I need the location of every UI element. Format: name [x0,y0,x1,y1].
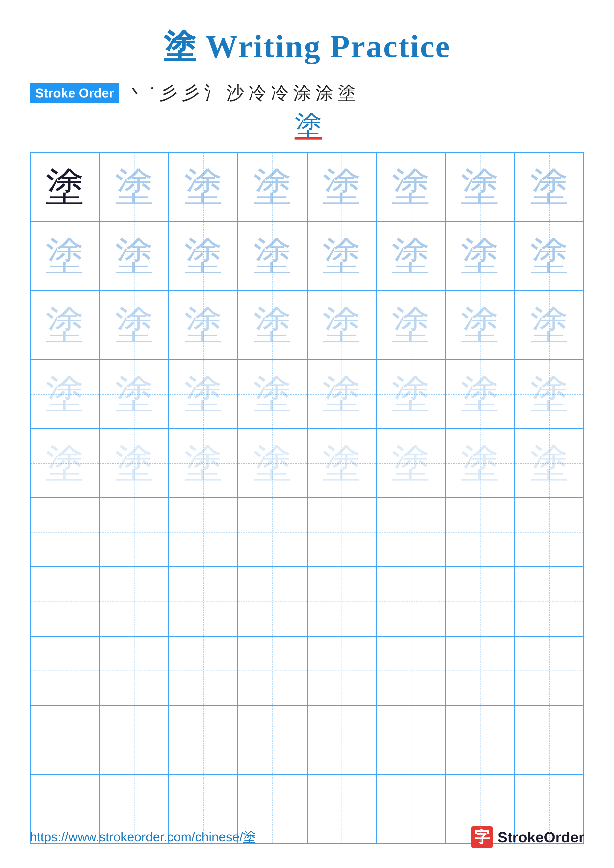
grid-cell-9-6[interactable] [376,705,445,774]
practice-char-guide: 塗 [45,375,84,413]
grid-cell-9-4[interactable] [238,705,307,774]
grid-cell-2-6[interactable]: 塗 [376,221,445,290]
grid-cell-9-2[interactable] [99,705,168,774]
practice-char-guide: 塗 [115,444,153,482]
grid-cell-4-2[interactable]: 塗 [99,360,168,429]
grid-cell-3-4[interactable]: 塗 [238,290,307,360]
grid-cell-9-1[interactable] [30,705,99,774]
grid-cell-5-6[interactable]: 塗 [376,429,445,498]
stroke-order-final-char: 塗 [295,107,322,144]
practice-char-guide: 塗 [253,306,292,344]
grid-cell-6-2[interactable] [99,498,168,567]
grid-cell-5-7[interactable]: 塗 [445,429,515,498]
grid-cell-1-8[interactable]: 塗 [515,152,584,221]
practice-char-guide: 塗 [530,375,569,413]
grid-cell-7-8[interactable] [515,567,584,636]
practice-char-guide: 塗 [322,375,361,413]
grid-cell-7-7[interactable] [445,567,515,636]
grid-cell-2-4[interactable]: 塗 [238,221,307,290]
grid-cell-2-5[interactable]: 塗 [307,221,376,290]
stroke-11: 塗 [338,84,356,102]
grid-cell-1-2[interactable]: 塗 [99,152,168,221]
grid-cell-8-7[interactable] [445,636,515,705]
practice-char-guide: 塗 [184,167,222,206]
grid-cell-7-4[interactable] [238,567,307,636]
stroke-order-label: Stroke Order [30,83,120,103]
grid-cell-3-6[interactable]: 塗 [376,290,445,360]
grid-cell-9-3[interactable] [169,705,238,774]
grid-cell-8-6[interactable] [376,636,445,705]
practice-char-guide: 塗 [530,444,569,482]
grid-cell-9-8[interactable] [515,705,584,774]
grid-cell-3-2[interactable]: 塗 [99,290,168,360]
practice-char-guide: 塗 [115,375,153,413]
grid-cell-2-1[interactable]: 塗 [30,221,99,290]
grid-cell-6-8[interactable] [515,498,584,567]
grid-cell-8-1[interactable] [30,636,99,705]
grid-cell-1-5[interactable]: 塗 [307,152,376,221]
grid-row-2: 塗 塗 塗 塗 塗 塗 塗 塗 [30,221,584,290]
practice-char-guide: 塗 [461,375,499,413]
grid-row-1: 塗 塗 塗 塗 塗 塗 塗 塗 [30,152,584,221]
practice-char-guide: 塗 [253,237,292,275]
grid-cell-5-1[interactable]: 塗 [30,429,99,498]
practice-char-guide: 塗 [45,444,84,482]
grid-cell-4-7[interactable]: 塗 [445,360,515,429]
grid-cell-4-6[interactable]: 塗 [376,360,445,429]
grid-cell-1-1[interactable]: 塗 [30,152,99,221]
grid-cell-3-7[interactable]: 塗 [445,290,515,360]
title-char: 塗 Writing Practice [163,28,451,64]
grid-cell-6-1[interactable] [30,498,99,567]
grid-cell-2-3[interactable]: 塗 [169,221,238,290]
practice-char-guide: 塗 [322,237,361,275]
grid-cell-4-5[interactable]: 塗 [307,360,376,429]
practice-grid: 塗 塗 塗 塗 塗 塗 塗 塗 塗 塗 塗 塗 塗 塗 塗 塗 塗 塗 塗 塗 … [30,152,584,844]
grid-cell-5-2[interactable]: 塗 [99,429,168,498]
grid-cell-6-5[interactable] [307,498,376,567]
grid-cell-4-4[interactable]: 塗 [238,360,307,429]
grid-cell-3-3[interactable]: 塗 [169,290,238,360]
grid-cell-5-8[interactable]: 塗 [515,429,584,498]
grid-cell-1-4[interactable]: 塗 [238,152,307,221]
grid-cell-8-4[interactable] [238,636,307,705]
grid-cell-7-6[interactable] [376,567,445,636]
grid-cell-1-6[interactable]: 塗 [376,152,445,221]
grid-cell-1-3[interactable]: 塗 [169,152,238,221]
stroke-5: 氵 [204,84,222,102]
grid-cell-6-6[interactable] [376,498,445,567]
grid-cell-2-7[interactable]: 塗 [445,221,515,290]
grid-cell-8-2[interactable] [99,636,168,705]
grid-cell-3-1[interactable]: 塗 [30,290,99,360]
practice-char-guide: 塗 [461,306,499,344]
grid-cell-4-8[interactable]: 塗 [515,360,584,429]
grid-cell-5-5[interactable]: 塗 [307,429,376,498]
grid-cell-6-3[interactable] [169,498,238,567]
practice-char-guide: 塗 [115,306,153,344]
grid-cell-9-7[interactable] [445,705,515,774]
grid-cell-7-3[interactable] [169,567,238,636]
grid-cell-6-4[interactable] [238,498,307,567]
grid-cell-8-3[interactable] [169,636,238,705]
grid-cell-7-1[interactable] [30,567,99,636]
grid-cell-8-8[interactable] [515,636,584,705]
practice-char-guide: 塗 [184,306,222,344]
grid-cell-7-5[interactable] [307,567,376,636]
grid-cell-9-5[interactable] [307,705,376,774]
grid-cell-2-8[interactable]: 塗 [515,221,584,290]
grid-cell-4-1[interactable]: 塗 [30,360,99,429]
grid-cell-3-5[interactable]: 塗 [307,290,376,360]
grid-cell-5-4[interactable]: 塗 [238,429,307,498]
grid-cell-8-5[interactable] [307,636,376,705]
grid-cell-6-7[interactable] [445,498,515,567]
grid-cell-1-7[interactable]: 塗 [445,152,515,221]
grid-cell-5-3[interactable]: 塗 [169,429,238,498]
practice-char-guide: 塗 [392,167,430,206]
grid-cell-2-2[interactable]: 塗 [99,221,168,290]
grid-cell-4-3[interactable]: 塗 [169,360,238,429]
practice-char-guide: 塗 [530,167,569,206]
stroke-1: 丶 [127,84,145,102]
stroke-6: 沙 [226,84,244,102]
footer-url[interactable]: https://www.strokeorder.com/chinese/塗 [30,828,256,846]
grid-cell-7-2[interactable] [99,567,168,636]
grid-cell-3-8[interactable]: 塗 [515,290,584,360]
